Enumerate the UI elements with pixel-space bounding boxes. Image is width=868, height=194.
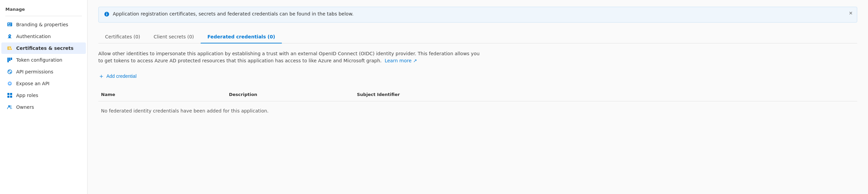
svg-point-23 (106, 12, 107, 13)
sidebar-item-expose-api[interactable]: Expose an API (1, 78, 86, 89)
table-header-subject: Subject Identifier (354, 91, 857, 98)
plus-icon: ＋ (98, 73, 104, 79)
tab-certificates[interactable]: Certificates (0) (98, 31, 147, 43)
svg-rect-9 (7, 58, 9, 62)
token-icon (7, 57, 13, 63)
svg-point-20 (10, 105, 11, 107)
svg-rect-10 (9, 58, 10, 61)
svg-rect-15 (7, 93, 9, 95)
expose-api-icon (7, 80, 13, 87)
svg-point-19 (8, 105, 10, 107)
sidebar-divider (5, 16, 82, 16)
branding-icon (7, 22, 13, 28)
sidebar-item-label-api-permissions: API permissions (16, 69, 53, 74)
svg-rect-2 (10, 23, 11, 24)
svg-rect-5 (8, 26, 10, 26)
banner-close-button[interactable]: ✕ (849, 10, 853, 16)
svg-rect-16 (10, 93, 12, 95)
sidebar-item-owners[interactable]: Owners (1, 101, 86, 113)
sidebar-item-label-authentication: Authentication (16, 34, 51, 39)
learn-more-link[interactable]: Learn more ↗ (384, 58, 417, 63)
sidebar: Manage Branding & properties Authenticat… (0, 0, 88, 194)
sidebar-item-label-app-roles: App roles (16, 93, 38, 98)
table-header-description: Description (226, 91, 354, 98)
svg-rect-11 (11, 58, 12, 60)
sidebar-item-authentication[interactable]: Authentication (1, 31, 86, 42)
tab-client-secrets[interactable]: Client secrets (0) (147, 31, 201, 43)
sidebar-item-label-owners: Owners (16, 104, 34, 110)
add-credential-label: Add credential (106, 73, 137, 79)
svg-rect-18 (10, 96, 12, 98)
owners-icon (7, 104, 13, 110)
authentication-icon (7, 33, 13, 39)
svg-rect-1 (8, 23, 9, 24)
sidebar-item-branding[interactable]: Branding & properties (1, 19, 86, 30)
tabs: Certificates (0) Client secrets (0) Fede… (98, 31, 857, 43)
svg-point-14 (9, 83, 10, 84)
empty-state: No federated identity credentials have b… (98, 101, 857, 120)
sidebar-item-token[interactable]: Token configuration (1, 54, 86, 66)
table-header-name: Name (98, 91, 226, 98)
sidebar-item-label-token: Token configuration (16, 57, 62, 63)
svg-rect-17 (7, 96, 9, 98)
sidebar-item-certificates[interactable]: Certificates & secrets (1, 42, 86, 54)
sidebar-item-label-certificates: Certificates & secrets (16, 45, 73, 51)
description-text: Allow other identities to impersonate th… (98, 50, 486, 64)
main-content: Application registration certificates, s… (88, 0, 868, 194)
info-icon (104, 11, 110, 18)
table-header: Name Description Subject Identifier (98, 88, 857, 101)
info-banner: Application registration certificates, s… (98, 7, 857, 23)
learn-more-label: Learn more (384, 58, 411, 63)
svg-rect-4 (8, 25, 11, 25)
sidebar-item-api-permissions[interactable]: API permissions (1, 66, 86, 77)
svg-rect-22 (106, 13, 107, 15)
sidebar-item-app-roles[interactable]: App roles (1, 90, 86, 101)
description-main-text: Allow other identities to impersonate th… (98, 51, 479, 63)
app-roles-icon (7, 92, 13, 98)
certificates-icon (7, 45, 13, 51)
svg-point-8 (10, 48, 12, 50)
api-permissions-icon (7, 69, 13, 75)
svg-rect-3 (10, 24, 11, 24)
sidebar-item-label-expose-api: Expose an API (16, 81, 50, 86)
banner-text: Application registration certificates, s… (113, 11, 353, 17)
sidebar-item-label-branding: Branding & properties (16, 22, 68, 27)
sidebar-section-title: Manage (0, 5, 87, 14)
add-credential-button[interactable]: ＋ Add credential (98, 71, 137, 81)
tab-federated-credentials[interactable]: Federated credentials (0) (201, 31, 282, 43)
svg-point-6 (9, 35, 10, 36)
